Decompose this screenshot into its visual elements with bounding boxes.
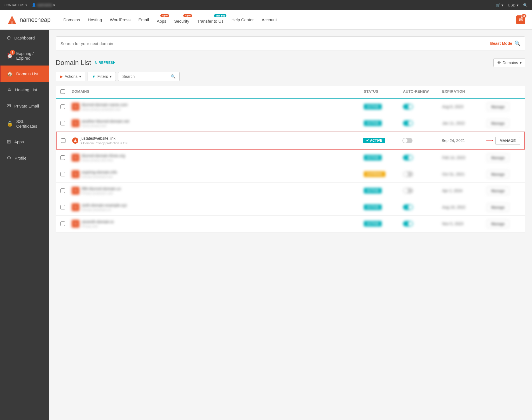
expiring-badge: 2 [10, 50, 15, 55]
manage-button[interactable]: Manage [487, 154, 509, 162]
hostinglist-icon: 🖥 [7, 87, 12, 93]
manage-button[interactable]: Manage [487, 170, 509, 178]
domain-name: fifth-blurred-domain.co [82, 186, 121, 191]
row-checkbox[interactable] [60, 104, 65, 109]
nav-item-email[interactable]: Email [134, 10, 153, 30]
nav-item-security[interactable]: Security NEW [170, 10, 193, 30]
transfer-tryme-badge: TRY ME [214, 14, 226, 17]
nav-item-domains[interactable]: Domains [59, 10, 84, 30]
row-action: Manage [487, 187, 521, 195]
table-search-input[interactable] [122, 74, 169, 79]
domain-name: blurred-domain-name.com [82, 102, 128, 107]
sidebar-item-domainlist[interactable]: 🏠 Domain List [0, 66, 49, 82]
refresh-button[interactable]: ↻ REFRESH [95, 61, 116, 65]
domain-search-bar: Beast Mode 🔍 [56, 36, 525, 50]
highlighted-table-row: justatestwebsite.link ℹ Domain Privacy p… [56, 132, 525, 150]
domain-list-header: Domain List ↻ REFRESH 👁 Domains ▾ [56, 58, 525, 67]
manage-button[interactable]: Manage [487, 220, 509, 228]
user-account-button[interactable]: 👤 username ▾ [32, 3, 55, 7]
manage-button[interactable]: MANAGE [495, 137, 520, 145]
table-search-bar: 🔍 [118, 72, 180, 81]
domain-sub: Some privacy text here [82, 158, 125, 162]
autorenew-toggle[interactable] [403, 204, 413, 210]
autorenew-toggle[interactable] [403, 221, 413, 227]
nav-item-wordpress[interactable]: WordPress [106, 10, 135, 30]
row-checkbox[interactable] [60, 155, 65, 160]
sidebar-item-apps[interactable]: ⊞ Apps [0, 134, 49, 150]
contact-us-button[interactable]: CONTACT US ▾ [4, 3, 27, 7]
header-checkbox [60, 89, 72, 95]
sidebar-item-privateemail[interactable]: ✉ Private Email [0, 98, 49, 114]
cart-button[interactable]: 🛒 ▾ [496, 3, 503, 7]
search-icon[interactable]: 🔍 [514, 40, 521, 46]
row-expiration: Aug 8, 2023 [442, 104, 487, 109]
header-status: Status [364, 89, 403, 95]
manage-button[interactable]: Manage [487, 103, 509, 111]
sidebar-label-domainlist: Domain List [16, 71, 38, 76]
row-domain-info: N sixth-domain-example.xyz Domain protec… [72, 203, 364, 211]
highlighted-row-checkbox[interactable] [61, 138, 65, 143]
filters-button[interactable]: ▼ Filters ▾ [88, 72, 116, 81]
status-badge: ACTIVE [364, 104, 382, 109]
currency-selector[interactable]: USD ▾ [508, 3, 519, 7]
logo-link[interactable]: namecheap [7, 15, 50, 25]
highlighted-row-action: MANAGE [486, 137, 520, 145]
table-row: N blurred-domain-name.com Some privacy p… [56, 99, 525, 115]
row-checkbox[interactable] [60, 221, 65, 226]
sidebar: ⊙ Dashboard ⏰ 2 Expiring / Expired 🏠 Dom… [0, 30, 49, 420]
actions-button[interactable]: ▶ Actions ▾ [56, 72, 85, 81]
highlighted-row-domain-info: justatestwebsite.link ℹ Domain Privacy p… [72, 136, 363, 145]
manage-button[interactable]: Manage [487, 119, 509, 127]
nav-item-hosting[interactable]: Hosting [84, 10, 106, 30]
domain-search-input[interactable] [60, 41, 490, 46]
manage-button[interactable]: Manage [487, 203, 509, 211]
mail-icon-button[interactable]: ✉ 11 [516, 15, 525, 24]
autorenew-toggle[interactable] [403, 188, 413, 193]
sidebar-item-hostinglist[interactable]: 🖥 Hosting List [0, 82, 49, 98]
row-checkbox[interactable] [60, 188, 65, 193]
sidebar-item-profile[interactable]: ⚙ Profile [0, 150, 49, 166]
row-domain-info: N another-blurred-domain.net Some privac… [72, 119, 364, 127]
autorenew-toggle[interactable] [403, 120, 413, 126]
domain-icon: N [72, 187, 79, 195]
row-domain-info: N blurred-domain-three.org Some privacy … [72, 153, 364, 162]
logo-icon [7, 15, 17, 25]
sidebar-item-dashboard[interactable]: ⊙ Dashboard [0, 30, 49, 46]
nav-item-account[interactable]: Account [258, 10, 281, 30]
row-checkbox[interactable] [60, 172, 65, 176]
sidebar-label-expiring: Expiring / Expired [16, 51, 43, 60]
search-icon: 🔍 [171, 74, 175, 79]
row-expiration: Feb 14, 2023 [442, 155, 487, 160]
manage-button[interactable]: Manage [487, 187, 509, 195]
sidebar-label-apps: Apps [14, 139, 24, 144]
status-badge: EXPIRING [364, 171, 385, 177]
sidebar-item-ssl[interactable]: 🔒 SSL Certificates [0, 114, 49, 134]
row-checkbox[interactable] [60, 121, 65, 125]
refresh-icon: ↻ [95, 61, 98, 65]
table-row: N blurred-domain-three.org Some privacy … [56, 150, 525, 166]
autorenew-toggle[interactable] [403, 104, 413, 109]
nav-right: ✉ 11 [516, 15, 525, 24]
domain-name: blurred-domain-three.org [82, 153, 125, 158]
row-checkbox[interactable] [60, 205, 65, 209]
nav-item-transfer[interactable]: Transfer to Us TRY ME [193, 10, 227, 30]
sidebar-item-expiring[interactable]: ⏰ 2 Expiring / Expired [0, 46, 49, 66]
highlighted-domain-sub: ℹ Domain Privacy protection is ON [81, 141, 128, 145]
autorenew-toggle[interactable] [403, 171, 413, 177]
search-button[interactable]: 🔍 [523, 3, 528, 7]
domains-filter-button[interactable]: 👁 Domains ▾ [493, 58, 525, 67]
nav-menu: Domains Hosting WordPress Email Apps NEW… [59, 10, 516, 30]
domain-icon: N [72, 170, 79, 178]
cart-icon: 🛒 [496, 3, 500, 7]
ssl-icon: 🔒 [7, 121, 13, 127]
select-all-checkbox[interactable] [60, 89, 65, 94]
beast-mode-label[interactable]: Beast Mode [490, 41, 512, 46]
domain-sub: Domain protection text [82, 175, 117, 178]
autorenew-toggle[interactable] [403, 155, 413, 160]
active-status-badge: ✔ ACTIVE [363, 138, 385, 143]
row-status: ACTIVE [364, 188, 403, 193]
nav-item-helpcenter[interactable]: Help Center [228, 10, 258, 30]
row-status: ACTIVE [364, 155, 403, 160]
nav-item-apps[interactable]: Apps NEW [153, 10, 170, 30]
highlighted-autorenew-toggle[interactable] [402, 138, 413, 143]
